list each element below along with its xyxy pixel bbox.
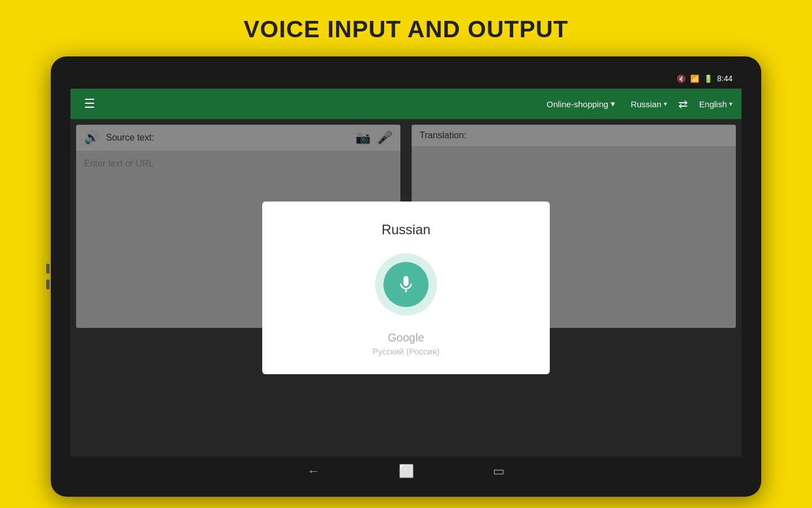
tablet-screen: 🔇 📶 🔋 8:44 ☰ Online-shopping ▾ Russian ▾… (70, 68, 742, 486)
recents-icon[interactable]: ▭ (493, 464, 505, 479)
side-btn-1 (46, 264, 50, 274)
nav-bar: ← ⬜ ▭ (70, 457, 742, 486)
source-lang-selector[interactable]: Russian ▾ (631, 99, 667, 109)
mic-icon (396, 274, 416, 295)
swap-languages-icon[interactable]: ⇄ (678, 97, 688, 111)
page-title-text: VOICE INPUT AND OUTPUT (244, 16, 568, 43)
side-buttons (46, 264, 50, 290)
main-content: 🔊 Source text: 📷 🎤 Enter text or URL Tra… (70, 119, 742, 457)
wifi-icon: 📶 (690, 75, 699, 83)
battery-icon: 🔋 (704, 75, 713, 83)
mute-icon: 🔇 (677, 75, 686, 83)
dialog-overlay: Russian Google Русский (Россия) (70, 119, 742, 457)
source-lang-arrow: ▾ (664, 100, 667, 108)
category-label: Online-shopping (546, 99, 608, 109)
target-lang-label: English (699, 99, 727, 109)
mic-button-outer[interactable] (375, 253, 437, 316)
category-dropdown-arrow: ▾ (611, 99, 615, 109)
status-time: 8:44 (717, 74, 732, 83)
source-lang-label: Russian (631, 99, 661, 109)
app-bar: ☰ Online-shopping ▾ Russian ▾ ⇄ English … (70, 89, 742, 119)
hamburger-icon[interactable]: ☰ (80, 94, 100, 113)
target-lang-arrow: ▾ (729, 100, 732, 108)
dialog-language-title: Russian (382, 222, 431, 238)
tablet-outer: 🔇 📶 🔋 8:44 ☰ Online-shopping ▾ Russian ▾… (51, 56, 761, 497)
home-icon[interactable]: ⬜ (399, 464, 414, 479)
target-lang-selector[interactable]: English ▾ (699, 99, 732, 109)
voice-dialog: Russian Google Русский (Россия) (262, 202, 550, 374)
side-btn-2 (46, 279, 50, 290)
dialog-locale: Русский (Россия) (372, 347, 439, 356)
back-icon[interactable]: ← (307, 464, 320, 479)
dialog-provider: Google (388, 331, 425, 344)
mic-button-inner (383, 262, 429, 307)
category-selector[interactable]: Online-shopping ▾ (546, 99, 615, 109)
status-bar: 🔇 📶 🔋 8:44 (70, 68, 742, 89)
